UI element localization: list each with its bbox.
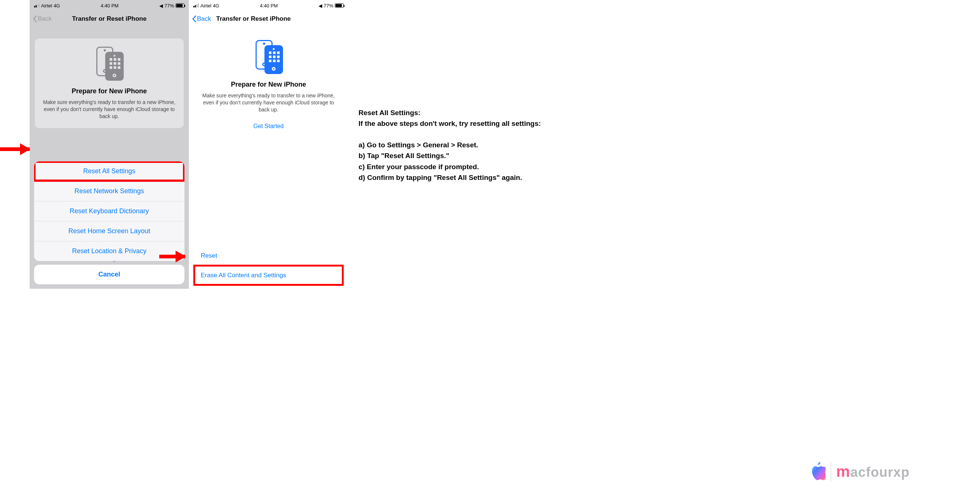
instructions-step-d: d) Confirm by tapping "Reset All Setting… [358,172,573,183]
sheet-reset-network[interactable]: Reset Network Settings [34,181,185,201]
status-bar: Airtel 4G 4:40 PM ◀ 77% [189,0,348,11]
instructions-sub: If the above steps don't work, try reset… [358,118,573,129]
clock-label: 4:40 PM [101,3,119,8]
chevron-left-icon [192,15,196,22]
prepare-desc: Make sure everything's ready to transfer… [40,99,178,120]
prepare-card: Prepare for New iPhone Make sure everyth… [194,32,343,139]
nav-bar: Back Transfer or Reset iPhone [189,11,348,27]
get-started-button[interactable]: Get Started [199,123,338,130]
prepare-title: Prepare for New iPhone [40,87,178,95]
brand-wordmark: macfourxp [836,463,910,480]
battery-icon [175,3,185,8]
carrier-label: Airtel [200,3,212,8]
network-label: 4G [213,3,219,8]
location-icon: ◀ [159,3,163,8]
page-title: Transfer or Reset iPhone [72,15,146,22]
back-button[interactable]: Back [192,15,211,22]
signal-icon [34,4,40,7]
sheet-reset-home-screen[interactable]: Reset Home Screen Layout [34,221,185,241]
clock-label: 4:40 PM [260,3,278,8]
brand-rest: acfourxp [850,464,910,480]
prepare-desc: Make sure everything's ready to transfer… [199,92,338,113]
instructions-heading: Reset All Settings: [358,107,573,118]
battery-pct: 77% [164,3,174,8]
status-bar: Airtel 4G 4:40 PM ◀ 77% [30,0,189,11]
page-title: Transfer or Reset iPhone [216,15,291,22]
transfer-phones-icon [253,40,285,74]
prepare-card-dimmed: Prepare for New iPhone Make sure everyth… [35,38,184,128]
annotation-arrow-right [159,255,185,258]
brand-m: m [836,463,850,480]
screenshot-transfer-reset: Airtel 4G 4:40 PM ◀ 77% Back Transfer or… [189,0,348,289]
battery-pct: 77% [324,3,333,8]
screenshot-reset-sheet: Airtel 4G 4:40 PM ◀ 77% Back Transfer or… [30,0,189,289]
back-button[interactable]: Back [33,15,52,22]
instructions-step-b: b) Tap "Reset All Settings." [358,150,573,161]
instructions-text: Reset All Settings: If the above steps d… [358,107,573,183]
nav-bar: Back Transfer or Reset iPhone [30,11,189,27]
signal-icon [193,4,199,7]
annotation-arrow-left [0,147,30,151]
reset-action-sheet: Reset All Settings Reset Network Setting… [34,161,185,284]
battery-icon [335,3,344,8]
back-label: Back [38,15,52,22]
reset-row[interactable]: Reset [194,246,343,265]
sheet-options: Reset All Settings Reset Network Setting… [34,161,185,261]
location-icon: ◀ [318,3,322,8]
brand-logo: macfourxp [809,462,910,481]
prepare-title: Prepare for New iPhone [199,81,338,89]
network-label: 4G [54,3,60,8]
transfer-phones-icon [93,47,125,81]
sheet-cancel-button[interactable]: Cancel [34,265,185,284]
back-label: Back [197,15,211,22]
sheet-reset-all-settings[interactable]: Reset All Settings [34,161,185,181]
carrier-label: Airtel [41,3,52,8]
apple-icon [809,462,826,481]
logo-separator [831,462,831,481]
reset-rows: Reset Erase All Content and Settings [194,246,343,285]
erase-all-row[interactable]: Erase All Content and Settings [194,265,343,285]
chevron-left-icon [33,15,37,22]
instructions-step-a: a) Go to Settings > General > Reset. [358,140,573,150]
instructions-step-c: c) Enter your passcode if prompted. [358,161,573,172]
sheet-reset-keyboard[interactable]: Reset Keyboard Dictionary [34,201,185,221]
